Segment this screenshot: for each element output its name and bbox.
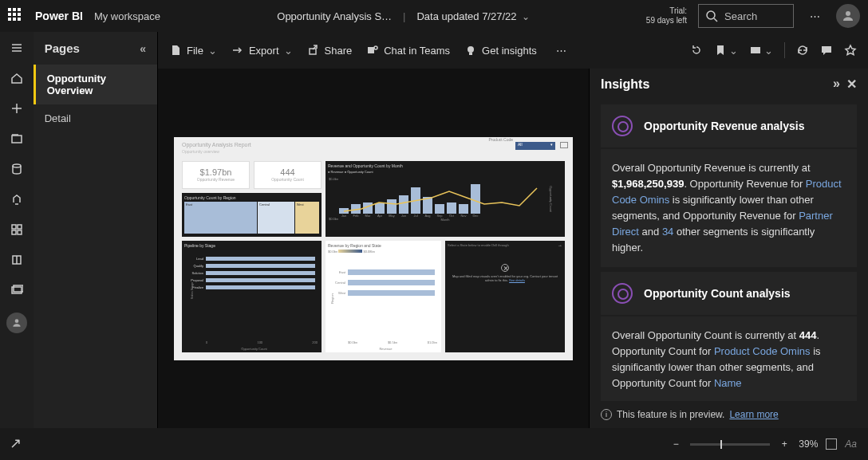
export-menu[interactable]: Export⌄ xyxy=(231,44,293,57)
insight-card-body: Overall Opportunity Revenue is currently… xyxy=(601,149,857,267)
data-hub-icon[interactable] xyxy=(9,161,25,177)
view-dropdown[interactable]: ⌄ xyxy=(764,45,773,57)
data-updated-dropdown[interactable]: Data updated 7/27/22 xyxy=(416,10,529,22)
svg-point-10 xyxy=(13,164,21,167)
learn-icon[interactable] xyxy=(9,252,25,268)
zoom-slider[interactable] xyxy=(690,443,770,446)
zoom-in-button[interactable]: + xyxy=(778,438,791,450)
person-icon xyxy=(11,317,22,328)
bookmark-icon[interactable] xyxy=(714,44,727,57)
insights-pane: Insights » ✕ Opportunity Revenue analysi… xyxy=(589,69,868,428)
page-item-detail[interactable]: Detail xyxy=(34,104,157,132)
fit-to-page-button[interactable] xyxy=(826,438,837,450)
svg-rect-25 xyxy=(751,47,760,53)
info-icon: i xyxy=(601,409,612,420)
pages-pane: Pages « Opportunity Overview Detail xyxy=(34,32,158,428)
comment-icon[interactable] xyxy=(820,44,833,57)
svg-rect-24 xyxy=(469,53,472,55)
separator: | xyxy=(403,10,405,22)
my-workspace-icon[interactable] xyxy=(6,313,27,333)
map-visual[interactable]: Select a State below to enable Drill thr… xyxy=(445,241,565,352)
export-icon xyxy=(231,44,244,57)
svg-line-1 xyxy=(714,18,717,22)
reset-icon[interactable] xyxy=(690,44,703,57)
insight-link[interactable]: 34 xyxy=(662,226,673,238)
refresh-icon[interactable] xyxy=(796,44,809,57)
svg-point-0 xyxy=(707,11,715,19)
file-icon xyxy=(169,44,182,57)
report-canvas: Opportunity Analysis Report Opportunity … xyxy=(174,137,573,360)
user-avatar[interactable] xyxy=(836,4,860,28)
insight-card-body: Overall Opportunity Count is currently a… xyxy=(601,316,857,401)
search-input[interactable]: Search xyxy=(698,4,794,28)
chat-teams-button[interactable]: Chat in Teams xyxy=(366,44,450,57)
lightbulb-icon xyxy=(464,44,477,57)
status-bar: − + 39% Aa xyxy=(0,428,868,460)
page-item-overview[interactable]: Opportunity Overview xyxy=(34,65,157,104)
zoom-level: 39% xyxy=(799,438,818,450)
region-revenue-visual[interactable]: Revenue by Region and State $0.0bn $0.08… xyxy=(326,241,441,352)
metrics-icon[interactable] xyxy=(9,191,25,207)
svg-point-22 xyxy=(374,46,377,49)
teams-icon xyxy=(366,44,379,57)
collapse-pane-icon[interactable]: « xyxy=(140,42,146,55)
product-code-slicer[interactable]: All▾ xyxy=(515,142,555,150)
search-placeholder: Search xyxy=(724,10,757,22)
preview-text: This feature is in preview. xyxy=(617,409,724,420)
nav-rail xyxy=(0,32,34,428)
report-canvas-area[interactable]: Opportunity Analysis Report Opportunity … xyxy=(158,69,589,428)
svg-rect-8 xyxy=(12,136,22,143)
file-menu[interactable]: File⌄ xyxy=(169,44,217,57)
comment-visual-icon[interactable] xyxy=(560,142,568,148)
insight-card-header[interactable]: Opportunity Revenue analysis xyxy=(601,104,857,147)
monthly-chart-visual[interactable]: Revenue and Opportunity Count by Month ●… xyxy=(326,161,565,237)
search-icon xyxy=(705,10,718,22)
target-icon xyxy=(612,283,633,304)
learn-more-link[interactable]: Learn more xyxy=(729,409,778,420)
insight-link[interactable]: Product Code Omins xyxy=(714,345,811,357)
svg-rect-11 xyxy=(12,225,16,229)
report-title[interactable]: Opportunity Analysis S… xyxy=(277,10,392,22)
filter-label: Product Code xyxy=(488,137,513,142)
expand-nav-icon[interactable]: ↗ xyxy=(10,434,22,452)
accessibility-icon[interactable]: Aa xyxy=(845,438,857,450)
svg-rect-12 xyxy=(18,225,22,229)
share-icon xyxy=(307,44,320,57)
close-insights-icon[interactable]: ✕ xyxy=(846,77,857,92)
workspaces-icon[interactable] xyxy=(9,282,25,298)
app-launcher-icon[interactable] xyxy=(8,8,24,24)
see-details-link[interactable]: See details xyxy=(509,278,525,282)
insight-card-header[interactable]: Opportunity Count analysis xyxy=(601,272,857,315)
browse-icon[interactable] xyxy=(9,131,25,147)
trial-status: Trial: 59 days left xyxy=(646,6,687,26)
pages-title: Pages xyxy=(45,41,80,55)
workspace-link[interactable]: My workspace xyxy=(94,10,160,22)
insights-title: Insights xyxy=(601,77,649,92)
toolbar-more-button[interactable]: ⋯ xyxy=(551,45,571,57)
view-icon[interactable] xyxy=(749,44,762,57)
pipeline-visual[interactable]: Pipeline by Stage Sales Stage Lead Quali… xyxy=(182,241,322,352)
treemap-visual[interactable]: Opportunity Count by Region East Central… xyxy=(182,193,322,237)
report-toolbar: File⌄ Export⌄ Share Chat in Teams Get in… xyxy=(158,32,868,69)
zoom-out-button[interactable]: − xyxy=(669,438,682,450)
more-options-button[interactable]: ⋯ xyxy=(805,10,825,22)
count-card[interactable]: 444 Opportunity Count xyxy=(254,161,322,189)
target-icon xyxy=(612,116,633,136)
svg-point-23 xyxy=(468,46,474,53)
svg-rect-19 xyxy=(310,49,316,54)
menu-icon[interactable] xyxy=(9,40,25,56)
collapse-insights-icon[interactable]: » xyxy=(833,77,840,92)
favorite-icon[interactable] xyxy=(844,44,857,57)
create-icon[interactable] xyxy=(9,100,25,116)
report-title-text: Opportunity Analysis Report xyxy=(182,142,251,147)
share-button[interactable]: Share xyxy=(307,44,353,57)
insight-link[interactable]: Name xyxy=(714,377,742,389)
get-insights-button[interactable]: Get insights xyxy=(464,44,537,57)
svg-rect-13 xyxy=(12,230,16,234)
svg-point-17 xyxy=(14,319,18,323)
apps-icon[interactable] xyxy=(9,222,25,238)
brand-label: Power BI xyxy=(35,10,83,22)
bookmark-dropdown[interactable]: ⌄ xyxy=(729,45,738,57)
home-icon[interactable] xyxy=(9,70,25,86)
revenue-card[interactable]: $1.97bn Opportunity Revenue xyxy=(182,161,250,189)
